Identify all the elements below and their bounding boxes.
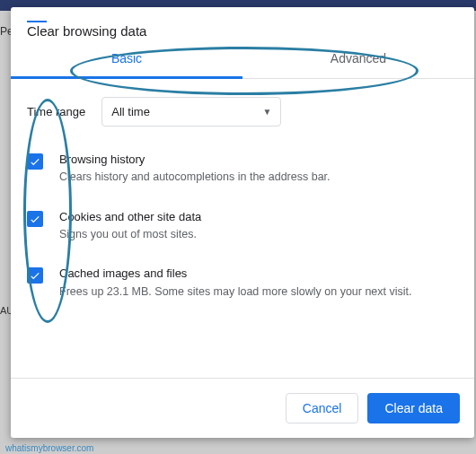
option-desc: Clears history and autocompletions in th… — [59, 170, 331, 186]
time-range-row: Time range All time ▼ — [27, 97, 458, 127]
cancel-button[interactable]: Cancel — [286, 393, 359, 423]
dialog-title: Clear browsing data — [11, 7, 474, 44]
clear-browsing-data-dialog: Clear browsing data Basic Advanced Time … — [11, 7, 474, 438]
tab-basic[interactable]: Basic — [11, 40, 242, 78]
check-icon — [29, 213, 41, 225]
tab-advanced[interactable]: Advanced — [242, 40, 474, 78]
option-cache: Cached images and files Frees up 23.1 MB… — [27, 257, 458, 314]
checkbox-cache[interactable] — [27, 267, 43, 284]
option-desc: Frees up 23.1 MB. Some sites may load mo… — [59, 284, 412, 301]
option-title: Cached images and files — [59, 266, 412, 282]
time-range-value: All time — [111, 105, 150, 118]
option-desc: Signs you out of most sites. — [59, 227, 201, 243]
title-accent — [27, 21, 47, 22]
clear-data-button[interactable]: Clear data — [367, 393, 460, 423]
option-browsing-history: Browsing history Clears history and auto… — [27, 143, 458, 200]
option-cookies: Cookies and other site data Signs you ou… — [27, 200, 458, 258]
checkbox-cookies[interactable] — [27, 211, 43, 227]
option-title: Browsing history — [59, 152, 331, 168]
tabs: Basic Advanced — [11, 40, 474, 79]
check-icon — [29, 155, 41, 168]
checkbox-browsing-history[interactable] — [27, 153, 43, 170]
time-range-select[interactable]: All time ▼ — [101, 97, 281, 127]
option-title: Cookies and other site data — [59, 209, 201, 225]
chevron-down-icon: ▼ — [262, 107, 271, 117]
dialog-body: Time range All time ▼ Browsing history C… — [11, 79, 474, 378]
time-range-label: Time range — [27, 105, 85, 118]
check-icon — [29, 269, 41, 282]
watermark: whatismybrowser.com — [5, 443, 93, 453]
dialog-footer: Cancel Clear data — [11, 378, 474, 438]
